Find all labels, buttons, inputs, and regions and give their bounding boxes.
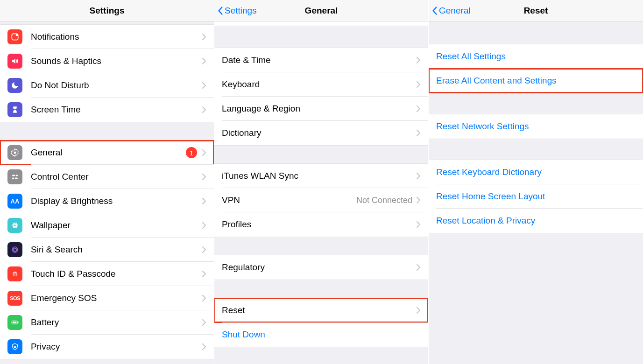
- chevron-right-icon: [202, 343, 206, 350]
- reset-group-2: Reset Network Settings: [429, 114, 643, 139]
- chevron-right-icon: [202, 106, 206, 113]
- row-screentime[interactable]: Screen Time: [0, 98, 214, 122]
- section-gap: [214, 280, 428, 298]
- settings-title: Settings: [0, 6, 214, 16]
- svg-point-1: [16, 34, 18, 36]
- svg-point-12: [14, 248, 17, 252]
- row-label: Sounds & Haptics: [31, 56, 202, 66]
- row-language-region[interactable]: Language & Region: [214, 97, 428, 121]
- row-date-time[interactable]: Date & Time: [214, 48, 428, 72]
- control-center-icon: [7, 169, 22, 184]
- svg-rect-5: [12, 178, 14, 179]
- row-reset-location[interactable]: Reset Location & Privacy: [429, 209, 643, 233]
- row-privacy[interactable]: Privacy: [0, 335, 214, 359]
- row-sos[interactable]: SOS Emergency SOS: [0, 286, 214, 310]
- touchid-icon: [7, 266, 22, 281]
- chevron-right-icon: [416, 129, 421, 137]
- general-icon: [7, 145, 22, 160]
- chevron-right-icon: [202, 57, 206, 65]
- siri-icon: [7, 242, 22, 257]
- row-label: Reset Keyboard Dictionary: [436, 167, 636, 177]
- chevron-right-icon: [416, 221, 421, 228]
- row-label: Battery: [31, 317, 202, 328]
- dnd-icon: [7, 78, 22, 93]
- reset-panel: General Reset Reset All Settings Erase A…: [429, 0, 643, 364]
- row-label: Control Center: [31, 172, 202, 182]
- chevron-right-icon: [416, 105, 421, 112]
- chevron-right-icon: [416, 56, 421, 64]
- chevron-right-icon: [202, 222, 206, 229]
- badge-count: 1: [186, 147, 197, 158]
- chevron-right-icon: [416, 307, 421, 314]
- row-erase-all[interactable]: Erase All Content and Settings: [429, 69, 643, 93]
- general-group-2: iTunes WLAN Sync VPN Not Connected Profi…: [214, 163, 428, 237]
- row-notifications[interactable]: Notifications: [0, 25, 214, 49]
- section-gap: [429, 139, 643, 160]
- row-control-center[interactable]: Control Center: [0, 165, 214, 189]
- settings-nav-header: Settings: [0, 0, 214, 21]
- row-reset-home[interactable]: Reset Home Screen Layout: [429, 184, 643, 209]
- section-gap: [429, 21, 643, 44]
- chevron-right-icon: [202, 319, 206, 326]
- sounds-icon: [7, 54, 22, 69]
- row-keyboard[interactable]: Keyboard: [214, 72, 428, 97]
- reset-group-3: Reset Keyboard Dictionary Reset Home Scr…: [429, 160, 643, 233]
- row-label: Screen Time: [31, 105, 202, 115]
- row-dnd[interactable]: Do Not Disturb: [0, 73, 214, 98]
- row-label: Do Not Disturb: [31, 80, 202, 91]
- row-reset-all-settings[interactable]: Reset All Settings: [429, 44, 643, 69]
- row-itunes-sync[interactable]: iTunes WLAN Sync: [214, 164, 428, 188]
- row-detail: Not Connected: [356, 196, 412, 205]
- back-label: Settings: [225, 6, 257, 16]
- row-label: iTunes WLAN Sync: [222, 171, 416, 181]
- back-to-settings[interactable]: Settings: [214, 6, 257, 16]
- row-label: Reset All Settings: [436, 51, 636, 62]
- notifications-icon: [7, 29, 22, 44]
- row-vpn[interactable]: VPN Not Connected: [214, 188, 428, 212]
- row-shut-down[interactable]: Shut Down: [214, 322, 428, 347]
- row-siri[interactable]: Siri & Search: [0, 238, 214, 262]
- chevron-right-icon: [202, 33, 206, 41]
- section-gap: [214, 237, 428, 255]
- sos-icon: SOS: [7, 291, 22, 306]
- row-display[interactable]: AA Display & Brightness: [0, 189, 214, 213]
- svg-point-2: [14, 152, 16, 154]
- row-label: VPN: [222, 195, 356, 205]
- back-to-general[interactable]: General: [429, 6, 471, 16]
- section-gap: [214, 26, 428, 48]
- row-label: Notifications: [31, 32, 202, 42]
- settings-group-2: General 1 Control Center AA Display & Br…: [0, 140, 214, 359]
- svg-rect-14: [13, 322, 16, 323]
- section-gap: [214, 146, 428, 163]
- row-dictionary[interactable]: Dictionary: [214, 121, 428, 145]
- reset-nav-header: General Reset: [429, 0, 643, 21]
- settings-panel: Settings Notifications Sounds & Haptics …: [0, 0, 214, 364]
- row-label: Reset Home Screen Layout: [436, 191, 636, 202]
- chevron-right-icon: [202, 246, 206, 253]
- row-touchid[interactable]: Touch ID & Passcode: [0, 262, 214, 286]
- chevron-right-icon: [202, 82, 206, 89]
- row-regulatory[interactable]: Regulatory: [214, 255, 428, 280]
- svg-rect-4: [16, 175, 18, 176]
- chevron-right-icon: [416, 196, 421, 204]
- chevron-right-icon: [202, 173, 206, 181]
- row-reset-network[interactable]: Reset Network Settings: [429, 114, 643, 139]
- row-sounds[interactable]: Sounds & Haptics: [0, 49, 214, 73]
- display-icon: AA: [7, 194, 22, 209]
- row-battery[interactable]: Battery: [0, 310, 214, 335]
- row-reset[interactable]: Reset: [214, 298, 428, 322]
- row-label: Erase All Content and Settings: [436, 76, 636, 86]
- row-label: Wallpaper: [31, 220, 202, 231]
- row-wallpaper[interactable]: Wallpaper: [0, 213, 214, 238]
- row-profiles[interactable]: Profiles: [214, 212, 428, 237]
- row-label: Language & Region: [222, 104, 416, 114]
- battery-icon: [7, 315, 22, 330]
- row-general[interactable]: General 1: [0, 140, 214, 165]
- row-reset-keyboard[interactable]: Reset Keyboard Dictionary: [429, 160, 643, 184]
- row-label: Shut Down: [222, 329, 421, 340]
- row-label: Siri & Search: [31, 245, 202, 255]
- chevron-right-icon: [202, 197, 206, 205]
- chevron-right-icon: [416, 172, 421, 180]
- chevron-right-icon: [202, 149, 206, 156]
- general-nav-header: Settings General: [214, 0, 428, 21]
